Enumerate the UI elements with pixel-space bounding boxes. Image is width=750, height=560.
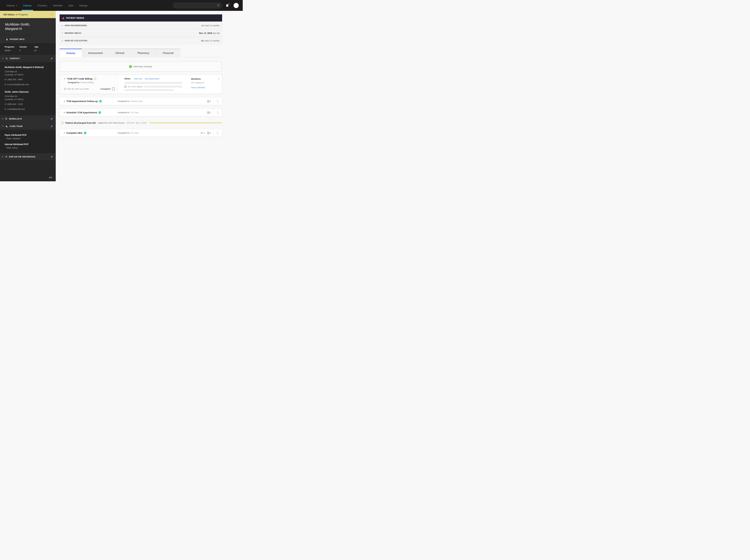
edit-care-team-icon[interactable] [50, 125, 53, 127]
list-icon [5, 118, 7, 120]
worklists-header[interactable]: WORKLISTS [0, 115, 56, 123]
collapse-sidebar-button[interactable] [49, 176, 52, 179]
chevron-down-icon[interactable] [64, 78, 66, 79]
search-box[interactable] [173, 2, 222, 9]
tab-financial[interactable]: Financial [156, 48, 180, 57]
add-to-worklist-link[interactable]: Add to Worklist [191, 86, 205, 89]
edit-worklists-icon[interactable] [50, 118, 53, 120]
notification-badge [228, 3, 229, 5]
top-nav: Reports Patients Providers Worklists Dat… [0, 0, 243, 11]
assigned-to: Assigned to:CC-Cara [118, 132, 201, 134]
address: 1234 Main St Louisville, KY 40212 [5, 95, 51, 101]
activity-detail: Notes Add note Add attachment No notes a… [118, 75, 222, 94]
need-row-ed-utilization[interactable]: HIGH ED UTILIZATION 6 in last 12 months [60, 37, 222, 44]
add-note-link[interactable]: Add note [134, 78, 142, 80]
activity-card-tcm-cpt-billing: TCM CPT Code Billing ! Assigned to:Pract… [60, 75, 222, 94]
edit-contact-icon[interactable] [50, 57, 53, 60]
nav-worklists-label: Worklists [53, 4, 63, 7]
care-team-body: Payer Attributed PCP Frank, Stephen Inte… [0, 130, 56, 153]
kebab-menu[interactable] [217, 131, 219, 135]
chevron-down-icon [2, 58, 4, 59]
remove-worklist-icon[interactable]: × [202, 82, 204, 84]
email: E: j.smith@email.com [5, 107, 51, 111]
document-count: 1 [210, 100, 211, 102]
nav-settings-label: Settings [79, 4, 87, 7]
chevron-right-icon[interactable] [64, 112, 65, 113]
patient-info-header: PATIENT INFO [0, 35, 56, 43]
sign-in-icon [5, 156, 7, 158]
assigned-to: Assigned to:Practice-User [118, 100, 207, 102]
care-team-icon [5, 125, 8, 127]
search-input[interactable] [175, 4, 217, 7]
contact-header[interactable]: CONTACT [0, 55, 56, 62]
care-team-member: Frank, Stephen [6, 137, 51, 140]
note-placeholder-bar [144, 86, 182, 88]
tab-assessment[interactable]: Assessment [82, 48, 109, 57]
tab-activity[interactable]: Activity [60, 48, 82, 57]
activity-summary: TCM CPT Code Billing ! Assigned to:Pract… [60, 75, 118, 94]
main-menu: Reports Patients Providers Worklists Dat… [4, 0, 90, 11]
notes-section: Notes Add note Add attachment No notes a… [124, 77, 186, 91]
edit-ehr-icon[interactable] [50, 156, 53, 158]
document-icon [207, 100, 209, 102]
complete-checkbox[interactable] [112, 87, 115, 91]
complete-control: Complete? [100, 87, 115, 91]
check-circle-icon [99, 100, 102, 102]
activity-row-schedule-tcm: Schedule TCM Appointment Assigned to:CC-… [60, 108, 222, 116]
need-row-readmissions[interactable]: HIGH READMISSIONS 1 in last 12 months [60, 22, 222, 29]
contact-entry-spouse: Smith, James (Spouse) 1234 Main St Louis… [5, 91, 51, 111]
cm-status-label: CM Status: [3, 13, 15, 16]
nav-data[interactable]: Data [65, 0, 76, 11]
nav-providers[interactable]: Providers [35, 0, 50, 11]
patient-info-fields: Programs MSSP Gender F Age 67 [0, 43, 56, 55]
kebab-menu[interactable] [217, 99, 219, 103]
nav-patients-label: Patients [23, 4, 32, 7]
activity-title: TCM CPT Code Billing [67, 77, 93, 80]
kebab-menu[interactable] [217, 111, 219, 115]
chevron-right-icon [62, 40, 63, 41]
attachment-count: 1 [204, 132, 205, 134]
add-attachment-link[interactable]: Add attachment [145, 78, 159, 80]
nav-data-label: Data [68, 4, 74, 7]
patient-sidebar: CM Status: In Progress McAllister-Smith,… [0, 11, 56, 181]
patient-needs-panel: PATIENT NEEDS HIGH READMISSIONS 1 in las… [60, 14, 222, 44]
nav-reports[interactable]: Reports [4, 0, 20, 11]
chevron-right-icon [2, 118, 3, 120]
patient-name: McAllister-Smith, Margaret N [0, 18, 56, 35]
field-gender: Gender F [20, 46, 34, 52]
notifications-bell[interactable] [226, 4, 229, 7]
avatar[interactable] [234, 3, 239, 8]
nav-patients[interactable]: Patients [20, 0, 35, 11]
field-programs: Programs MSSP [5, 46, 20, 52]
tab-clinical[interactable]: Clinical [109, 48, 131, 57]
chevron-right-icon[interactable] [64, 100, 65, 102]
need-row-hba1c[interactable]: MISSING HBA1C Oct. 17, 2015 last lab [60, 29, 222, 37]
main-content: PATIENT NEEDS HIGH READMISSIONS 1 in las… [56, 11, 243, 181]
field-age: Age 67 [34, 46, 49, 52]
care-team-header[interactable]: CARE TEAM [0, 123, 56, 130]
nav-reports-label: Reports [7, 4, 15, 7]
tab-pharmacy[interactable]: Pharmacy [131, 48, 156, 57]
cm-status-bar[interactable]: CM Status: In Progress [0, 11, 56, 18]
chevron-right-icon [62, 32, 63, 34]
check-circle-icon [98, 111, 101, 114]
assigned-to: Assigned to:Practice-Billing [68, 81, 115, 84]
plus-icon: + [129, 65, 132, 68]
email: E: m.mcsmith@email.com [5, 83, 51, 86]
kebab-menu[interactable] [218, 77, 220, 81]
nav-providers-label: Providers [38, 4, 47, 7]
event-timeline-bar [149, 122, 222, 123]
document-count: 1 [210, 111, 211, 114]
contact-entry-patient: McAllister-Smith, Margaret N (Patient) 1… [5, 66, 51, 86]
nav-settings[interactable]: Settings [76, 0, 90, 11]
ehr-reference-header[interactable]: EHR OR HIE REFERENCE [0, 153, 56, 161]
chevron-down-icon [51, 14, 53, 15]
nav-worklists[interactable]: Worklists [50, 0, 65, 11]
note-placeholder-bar [124, 82, 182, 84]
chevron-right-icon[interactable] [64, 132, 65, 134]
address: 1234 Main St Louisville, KY 40212 [5, 70, 51, 77]
add-new-activity-button[interactable]: + Add New Activity [60, 61, 222, 72]
event-patient-discharged: ! Patient discharged from ED Added from … [60, 122, 222, 124]
assigned-to: Assigned to:CC-Cara [118, 111, 207, 114]
document-icon [124, 85, 126, 88]
